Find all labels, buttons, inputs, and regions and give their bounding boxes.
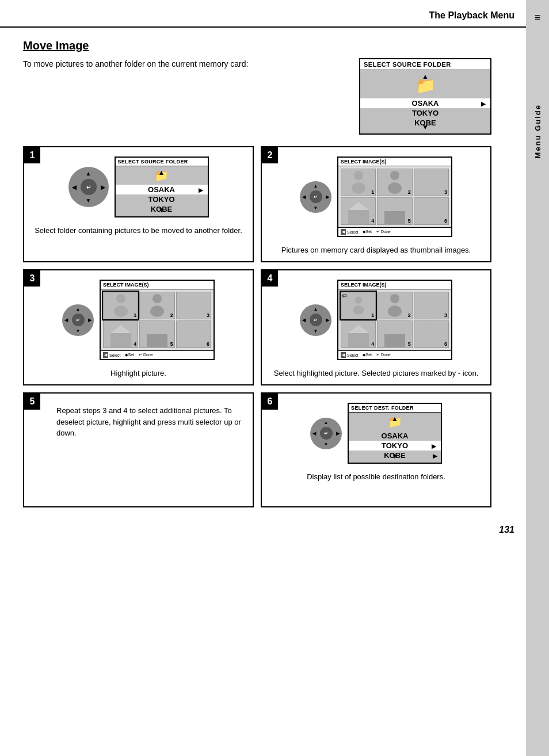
step-number-4: 4 <box>262 270 278 287</box>
s6-dpad-outer: ▲ ▼ ◀ ▶ ↵ <box>310 418 342 449</box>
step-6-content: ▲ ▼ ◀ ▶ ↵ SELECT DEST. FOLDER <box>268 399 485 482</box>
s2-dpad-outer: ▲ ▼ ◀ ▶ ↵ <box>300 181 331 213</box>
svg-rect-8 <box>384 211 405 224</box>
step-box-4: 4 ▲ ▼ ◀ ▶ ↵ <box>261 269 491 385</box>
steps-row-3: 5 Repeat steps 3 and 4 to select additio… <box>23 392 491 507</box>
svg-point-12 <box>116 294 125 303</box>
svg-point-17 <box>188 306 199 316</box>
svg-point-28 <box>427 295 435 303</box>
step-box-6: 6 ▲ ▼ ◀ ▶ ↵ <box>261 392 491 507</box>
dpad-arrow-right: ▶ <box>101 184 105 190</box>
svg-point-1 <box>352 182 365 194</box>
svg-point-3 <box>388 182 402 194</box>
step-3-dpad: ▲ ▼ ◀ ▶ ↵ <box>62 304 94 336</box>
person-svg-3 <box>421 170 441 195</box>
s1-arrow-up: ▲ <box>158 169 165 177</box>
step-6-ui: ▲ ▼ ◀ ▶ ↵ SELECT DEST. FOLDER <box>268 403 485 464</box>
s3-dpad-right: ▶ <box>88 318 92 323</box>
step-4-grid-body: 🏷 1 2 3 <box>338 289 451 350</box>
svg-point-24 <box>354 297 361 304</box>
step-4-dpad: ▲ ▼ ◀ ▶ ↵ <box>300 304 331 336</box>
steps-row-1: 1 ▲ ▼ ◀ ▶ ↵ <box>23 146 491 262</box>
dpad-outer: ▲ ▼ ◀ ▶ ↵ <box>68 167 109 207</box>
s3-thumb-num-1: 1 <box>134 312 136 318</box>
thumb-1: 1 <box>341 169 376 196</box>
landscape-svg-2 <box>384 198 405 224</box>
s4-thumb-num-3: 3 <box>444 312 447 318</box>
folder-arrow-up: ▲ <box>422 72 429 81</box>
step-1-ui: ▲ ▼ ◀ ▶ ↵ SELECT SOURCE FOLDER <box>30 156 247 217</box>
s4-dpad-down: ▼ <box>314 329 318 334</box>
dpad-arrow-left: ◀ <box>72 184 77 190</box>
s4-enter: ↵ <box>314 318 318 323</box>
s4-dpad-left: ◀ <box>302 318 306 323</box>
footer-done: ↵ Done <box>376 229 391 235</box>
thumb-num-1: 1 <box>371 189 374 195</box>
footer-select: ◀Select <box>341 229 358 235</box>
step-3-grid-body: 1 2 3 4 <box>101 289 214 350</box>
s6-tokyo: TOKYO <box>349 441 441 450</box>
svg-marker-21 <box>147 326 167 334</box>
s3-thumb-4: 4 <box>103 320 138 348</box>
step-box-1: 1 ▲ ▼ ◀ ▶ ↵ <box>23 146 254 262</box>
step-6-folder-header: SELECT DEST. FOLDER <box>349 404 441 413</box>
s4-dpad-center: ↵ <box>310 314 322 326</box>
s1-arrow-down: ▼ <box>158 206 165 214</box>
s2-dpad-right: ▶ <box>326 194 329 200</box>
step-4-grid-header: SELECT IMAGE(S) <box>338 281 451 289</box>
svg-marker-33 <box>384 326 405 334</box>
step-4-footer: ◀Select ◆Set ↵ Done <box>338 350 451 359</box>
svg-point-4 <box>427 171 435 180</box>
footer-set: ◆Set <box>363 229 372 235</box>
step-4-ui: ▲ ▼ ◀ ▶ ↵ SELECT IMAGE(S) <box>268 280 485 360</box>
person-svg-2 <box>384 170 405 195</box>
svg-point-14 <box>152 294 162 303</box>
svg-point-5 <box>425 183 437 193</box>
folder-item-tokyo: TOKYO <box>360 108 490 118</box>
svg-point-22 <box>189 323 198 332</box>
step-3-footer: ◀Select ◆Set ↵ Done <box>101 350 214 359</box>
s3-dpad-down: ▼ <box>76 329 81 334</box>
thumb-num-4: 4 <box>371 218 374 224</box>
thumb-3: 3 <box>414 169 449 196</box>
s6-arrow-down: ▼ <box>391 452 398 460</box>
step-3-ui: ▲ ▼ ◀ ▶ ↵ SELECT IMAGE(S) <box>30 280 247 360</box>
s3-thumb-5: 5 <box>139 320 174 348</box>
dpad-arrow-down: ▼ <box>86 197 92 204</box>
svg-point-0 <box>354 171 363 180</box>
svg-point-15 <box>150 306 164 317</box>
step-number-6: 6 <box>262 394 278 410</box>
s3-thumb-num-4: 4 <box>134 341 136 347</box>
step-1-folder-header: SELECT SOURCE FOLDER <box>116 158 208 166</box>
step-1-folder-selector: SELECT SOURCE FOLDER ▲ 📁 OSAKA TOKYO KOB… <box>115 156 209 217</box>
s6-dpad-up: ▲ <box>324 420 329 425</box>
s3-footer-select: ◀Select <box>103 352 120 358</box>
svg-rect-20 <box>147 334 167 347</box>
step-1-content: ▲ ▼ ◀ ▶ ↵ SELECT SOURCE FOLDER <box>30 153 247 236</box>
s2-dpad-down: ▼ <box>314 205 318 211</box>
s2-dpad-left: ◀ <box>302 194 306 200</box>
svg-point-13 <box>114 306 128 317</box>
page-number: 131 <box>0 519 549 541</box>
page-number-text: 131 <box>499 525 514 534</box>
s4-thumb-2: 2 <box>377 292 412 319</box>
folder-selector-header: SELECT SOURCE FOLDER <box>360 59 490 70</box>
step-number-1: 1 <box>24 147 40 163</box>
s4-thumb-5: 5 <box>377 320 412 348</box>
svg-rect-32 <box>384 334 405 347</box>
s1-tokyo: TOKYO <box>116 194 208 204</box>
svg-point-11 <box>424 211 438 223</box>
thumb-num-5: 5 <box>408 218 411 224</box>
s6-dpad-center: ↵ <box>320 427 333 440</box>
step-2-ui: ▲ ▼ ◀ ▶ ↵ SELECT IMAGE(S) <box>268 156 485 237</box>
sidebar-icon: ≡ <box>535 12 541 24</box>
dpad-center: ↵ <box>81 179 97 195</box>
s3-dpad-left: ◀ <box>64 318 68 323</box>
thumb-2: 2 <box>377 169 412 196</box>
svg-point-10 <box>426 200 436 209</box>
s4-dpad-up: ▲ <box>314 307 318 312</box>
s3-thumb-2: 2 <box>139 292 174 319</box>
step-3-caption: Highlight picture. <box>110 368 166 379</box>
steps-row-2: 3 ▲ ▼ ◀ ▶ ↵ <box>23 269 491 385</box>
main-content: Move Image To move pictures to another f… <box>0 28 526 519</box>
